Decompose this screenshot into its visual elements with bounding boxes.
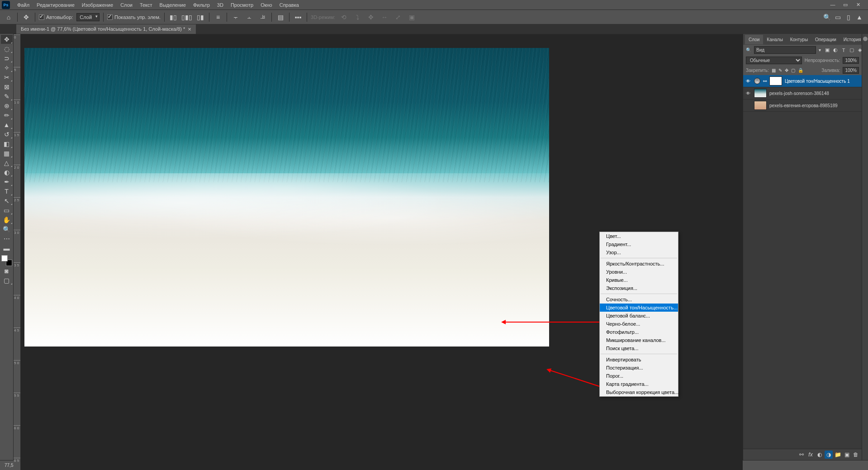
layer-row[interactable]: 👁⚯Цветовой тон/Насыщенность 1 — [743, 75, 862, 87]
opacity-value[interactable]: 100% — [843, 57, 859, 64]
mask-thumbnail[interactable] — [769, 76, 782, 85]
foreground-color-swatch[interactable] — [1, 255, 8, 261]
move-tool[interactable]: ✥ — [1, 35, 13, 44]
home-icon[interactable]: ⌂ — [4, 12, 14, 22]
context-menu-item[interactable]: Кривые... — [600, 276, 678, 284]
3d-camera-icon[interactable]: ▣ — [407, 12, 417, 22]
vertical-ruler[interactable]: 051 01 52 02 53 03 54 04 55 05 56 06 57 … — [14, 34, 21, 470]
adjustment-layer-icon[interactable]: ◑ — [825, 451, 833, 459]
collapsed-panel-strip[interactable] — [862, 34, 868, 460]
eyedropper-tool[interactable]: ✎ — [1, 92, 13, 101]
context-menu-item[interactable]: Постеризация... — [600, 364, 678, 372]
workspace-icon[interactable]: ▭ — [833, 12, 843, 22]
window-maximize-button[interactable]: ▭ — [841, 2, 850, 8]
menu-item-2[interactable]: Изображение — [78, 1, 117, 9]
clone-stamp-tool[interactable]: ▲ — [1, 120, 13, 129]
fx-icon[interactable]: fx — [806, 451, 815, 459]
align-center-h-icon[interactable]: ▯▮▯ — [182, 12, 192, 22]
search-icon[interactable]: 🔍 — [822, 12, 832, 22]
context-menu-item[interactable]: Порог... — [600, 372, 678, 380]
distribute-icon[interactable]: ≡ — [213, 12, 223, 22]
menu-item-5[interactable]: Выделение — [156, 1, 190, 9]
frame-tool[interactable]: ⊠ — [1, 82, 13, 91]
panel-tab-операции[interactable]: Операции — [811, 35, 840, 44]
filter-shape-icon[interactable]: ▢ — [848, 47, 855, 54]
more-options-icon[interactable]: ▪▪▪ — [293, 12, 303, 22]
layer-row[interactable]: 👁pexels-josh-sorenson-386148 — [743, 87, 862, 100]
3d-scale-icon[interactable]: ⤢ — [393, 12, 403, 22]
lock-all-icon[interactable]: 🔒 — [798, 68, 803, 73]
context-menu-item[interactable]: Яркость/Контрастность... — [600, 260, 678, 268]
context-menu-item[interactable]: Уровни... — [600, 268, 678, 276]
menu-item-4[interactable]: Текст — [136, 1, 156, 9]
context-menu-item[interactable]: Цветовой тон/Насыщенность... — [600, 304, 678, 312]
delete-layer-icon[interactable]: 🗑 — [852, 451, 860, 459]
crop-tool[interactable]: ✂ — [1, 73, 13, 82]
auto-select-dropdown[interactable]: Слой — [76, 13, 100, 21]
align-bottom-icon[interactable]: ⫡ — [258, 12, 268, 22]
context-menu-item[interactable]: Цветовой баланс... — [600, 312, 678, 320]
edit-toolbar[interactable]: ⋯ — [1, 234, 13, 243]
context-menu-item[interactable]: Сочность... — [600, 295, 678, 304]
context-menu-item[interactable]: Градиент... — [600, 240, 678, 248]
context-menu-item[interactable]: Фотофильтр... — [600, 328, 678, 336]
align-top-icon[interactable]: ⫟ — [231, 12, 241, 22]
window-minimize-button[interactable]: — — [828, 2, 837, 8]
menu-item-0[interactable]: Файл — [14, 1, 33, 9]
context-menu-item[interactable]: Микширование каналов... — [600, 336, 678, 344]
move-tool-icon[interactable]: ✥ — [21, 12, 31, 22]
filter-pixel-icon[interactable]: ▣ — [824, 47, 831, 54]
pen-tool[interactable]: ✒ — [1, 177, 13, 186]
menu-item-8[interactable]: Просмотр — [227, 1, 257, 9]
menu-item-10[interactable]: Справка — [276, 1, 303, 9]
lock-artboard-icon[interactable]: ▢ — [791, 68, 795, 73]
blend-mode-dropdown[interactable]: Обычные — [746, 57, 802, 64]
gradient-tool[interactable]: ▦ — [1, 149, 13, 158]
magic-wand-tool[interactable]: ✧ — [1, 63, 13, 72]
path-selection-tool[interactable]: ↖ — [1, 196, 13, 205]
menu-item-9[interactable]: Окно — [257, 1, 276, 9]
rectangle-tool[interactable]: ▭ — [1, 206, 13, 215]
layer-thumbnail[interactable] — [754, 89, 767, 98]
align-right-icon[interactable]: ▯▮ — [195, 12, 205, 22]
collapsed-panel-dot[interactable] — [863, 37, 868, 41]
quick-mask-tool[interactable]: ◙ — [1, 266, 13, 275]
zoom-tool[interactable]: 🔍 — [1, 225, 13, 234]
3d-slide-icon[interactable]: ↔ — [379, 12, 389, 22]
dodge-tool[interactable]: ◐ — [1, 168, 13, 177]
group-icon[interactable]: 📁 — [834, 451, 842, 459]
panels-icon[interactable]: ▯ — [844, 12, 854, 22]
screen-mode-tool[interactable]: ▢ — [1, 276, 13, 285]
lock-position-icon[interactable]: ✥ — [785, 68, 788, 73]
new-layer-icon[interactable]: ▣ — [843, 451, 851, 459]
link-layers-icon[interactable]: ⚯ — [797, 451, 806, 459]
layer-row[interactable]: pexels-евгения-егорова-8985189 — [743, 100, 862, 112]
lock-transparency-icon[interactable]: ▦ — [772, 68, 776, 73]
menu-item-6[interactable]: Фильтр — [190, 1, 213, 9]
context-menu-item[interactable]: Поиск цвета... — [600, 344, 678, 352]
distribute-v-icon[interactable]: ▤ — [275, 12, 285, 22]
blur-tool[interactable]: △ — [1, 158, 13, 167]
context-menu-item[interactable]: Экспозиция... — [600, 284, 678, 292]
marquee-tool[interactable]: ◌ — [1, 44, 13, 53]
healing-brush-tool[interactable]: ⊛ — [1, 101, 13, 110]
layer-thumbnail[interactable] — [754, 101, 767, 110]
show-transform-checkbox[interactable] — [107, 14, 113, 20]
context-menu-item[interactable]: Карта градиента... — [600, 380, 678, 388]
document-tab[interactable]: Без имени-1 @ 77,6% (Цветовой тон/Насыще… — [16, 24, 196, 34]
menu-item-3[interactable]: Слои — [117, 1, 136, 9]
history-brush-tool[interactable]: ↺ — [1, 130, 13, 139]
filter-adjustment-icon[interactable]: ◐ — [832, 47, 839, 54]
panel-tab-история[interactable]: История — [840, 35, 865, 44]
window-close-button[interactable]: ✕ — [854, 2, 863, 8]
fill-value[interactable]: 100% — [843, 67, 859, 74]
color-swatches[interactable] — [1, 255, 12, 266]
toggle-tool[interactable]: ▬ — [1, 244, 13, 253]
3d-pan-icon[interactable]: ✥ — [366, 12, 376, 22]
close-tab-icon[interactable]: × — [188, 26, 191, 33]
mask-icon[interactable]: ◐ — [816, 451, 824, 459]
lock-pixels-icon[interactable]: ✎ — [778, 68, 782, 73]
align-left-icon[interactable]: ▮▯ — [168, 12, 178, 22]
mask-link-icon[interactable]: ⚯ — [763, 79, 767, 84]
lasso-tool[interactable]: ⊃ — [1, 54, 13, 63]
